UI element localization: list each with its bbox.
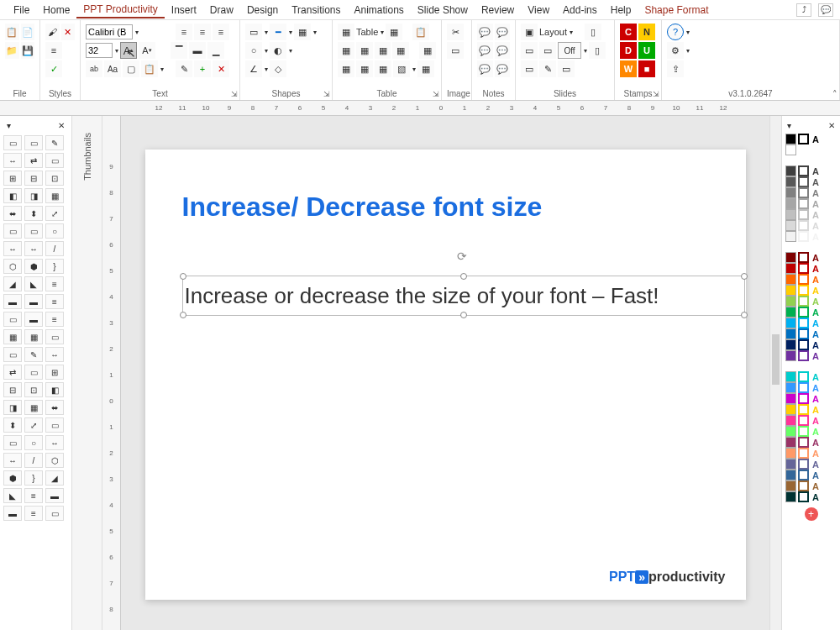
outline-swatch[interactable] (798, 198, 809, 209)
outline-swatch[interactable] (798, 187, 809, 198)
style-indent-icon[interactable]: ≡ (45, 42, 62, 59)
left-tool-45[interactable]: ◨ (3, 400, 22, 415)
img-frame-icon[interactable]: ▭ (447, 42, 464, 59)
layout-icon[interactable]: ▣ (521, 24, 538, 40)
comment-icon[interactable]: 💬 (818, 3, 833, 17)
left-tool-15[interactable]: ▭ (3, 223, 22, 239)
text-color-swatch[interactable]: A (811, 492, 821, 502)
left-tool-34[interactable]: ▦ (24, 329, 43, 344)
fill-swatch[interactable] (785, 371, 796, 382)
tbl-j[interactable]: ▦ (417, 60, 434, 77)
left-tool-26[interactable]: ≡ (45, 276, 64, 291)
outline-swatch[interactable] (798, 470, 809, 480)
outline-swatch[interactable] (798, 437, 809, 448)
fill-swatch[interactable] (785, 187, 796, 198)
ribbon-collapse-icon[interactable]: ˄ (832, 89, 837, 100)
left-tool-21[interactable]: ⬡ (3, 259, 22, 274)
stamp-c[interactable]: C (620, 24, 637, 40)
file-btn2[interactable]: 📄 (21, 24, 35, 40)
left-tool-16[interactable]: ▭ (24, 223, 43, 239)
tab-shape-format[interactable]: Shape Format (638, 3, 715, 18)
fill-swatch[interactable] (785, 307, 796, 318)
left-tool-28[interactable]: ▬ (24, 294, 43, 309)
left-tool-56[interactable]: ⬡ (45, 453, 64, 468)
fill-swatch[interactable] (785, 209, 796, 220)
text-color-swatch[interactable]: A (811, 329, 821, 339)
tab-view[interactable]: View (521, 3, 556, 18)
shapes-dialog-launcher[interactable]: ⇲ (323, 90, 330, 98)
fill-swatch[interactable] (785, 285, 796, 296)
tbl-a[interactable]: ▦ (338, 42, 354, 59)
tab-addins[interactable]: Add-ins (556, 3, 604, 18)
text-color-swatch[interactable]: A (811, 188, 821, 198)
tbl-g[interactable]: ▦ (356, 60, 373, 77)
left-tool-25[interactable]: ◣ (24, 276, 43, 291)
left-tool-65[interactable]: ▭ (45, 506, 64, 521)
shape-fill-icon[interactable]: ▦ (294, 24, 311, 40)
text-color-swatch[interactable]: A (811, 286, 821, 296)
file-btn3[interactable]: 📁 (5, 42, 19, 59)
left-tool-12[interactable]: ⬌ (3, 206, 22, 221)
tab-animations[interactable]: Animations (347, 3, 410, 18)
text-highlight-icon[interactable]: ▢ (123, 60, 139, 77)
outline-swatch[interactable] (798, 263, 809, 274)
tbl-h[interactable]: ▦ (375, 60, 391, 77)
left-tool-13[interactable]: ⬍ (24, 206, 43, 221)
note5-icon[interactable]: 💬 (477, 60, 493, 77)
tbl-b[interactable]: ▦ (356, 42, 373, 59)
left-tool-32[interactable]: ≡ (45, 312, 64, 327)
left-dropdown-icon[interactable]: ▾ (7, 121, 11, 130)
fill-swatch[interactable] (785, 393, 796, 404)
fill-swatch[interactable] (785, 415, 796, 426)
left-tool-35[interactable]: ▭ (45, 329, 64, 344)
tab-help[interactable]: Help (604, 3, 638, 18)
slide-thumb-icon[interactable]: ▯ (585, 24, 601, 40)
left-tool-19[interactable]: ↔ (24, 241, 43, 256)
tab-review[interactable]: Review (475, 3, 521, 18)
text-color-swatch[interactable]: A (811, 405, 821, 415)
text-color-swatch[interactable]: A (811, 427, 821, 437)
text-color-swatch[interactable]: A (811, 449, 821, 459)
align-center-icon[interactable]: ≡ (194, 24, 211, 40)
note4-icon[interactable]: 💬 (495, 42, 511, 59)
slide-d[interactable]: ▭ (521, 60, 538, 77)
text-color-swatch[interactable]: A (811, 438, 821, 448)
table-label[interactable]: Table (356, 27, 378, 37)
left-tool-61[interactable]: ≡ (24, 488, 43, 503)
fill-swatch[interactable] (785, 328, 796, 339)
left-tool-6[interactable]: ⊞ (3, 171, 22, 186)
slide-c[interactable]: ▯ (589, 42, 606, 59)
left-tool-62[interactable]: ▬ (45, 488, 64, 503)
settings-icon[interactable]: ⚙ (667, 42, 684, 59)
text-color-swatch[interactable]: A (811, 199, 821, 209)
text-clipboard-icon[interactable]: 📋 (141, 60, 158, 77)
left-close-icon[interactable]: ✕ (58, 121, 65, 130)
left-tool-63[interactable]: ▬ (3, 506, 22, 521)
tab-transitions[interactable]: Transitions (285, 3, 347, 18)
left-tool-51[interactable]: ▭ (3, 435, 22, 450)
align-right-icon[interactable]: ≡ (213, 24, 229, 40)
text-color-swatch[interactable]: A (811, 459, 821, 470)
shape-circle-icon[interactable]: ○ (245, 42, 262, 59)
tab-slideshow[interactable]: Slide Show (411, 3, 475, 18)
fill-swatch[interactable] (785, 459, 796, 470)
outline-swatch[interactable] (798, 382, 809, 393)
left-tool-33[interactable]: ▦ (3, 329, 22, 344)
stamp-w[interactable]: W (620, 60, 637, 77)
left-tool-47[interactable]: ⬌ (45, 400, 64, 415)
handle-bm[interactable] (460, 312, 467, 318)
style-check-icon[interactable]: ✓ (45, 60, 62, 77)
valign-mid-icon[interactable]: ▬ (189, 42, 206, 59)
rotate-handle-icon[interactable]: ⟳ (457, 249, 467, 263)
left-tool-31[interactable]: ▬ (24, 312, 43, 327)
outline-swatch[interactable] (798, 448, 809, 459)
right-dropdown-icon[interactable]: ▾ (787, 121, 791, 130)
fill-swatch[interactable] (785, 339, 796, 350)
fill-swatch[interactable] (785, 252, 796, 263)
vertical-scrollbar[interactable] (769, 116, 781, 630)
text-color-swatch[interactable]: A (811, 166, 821, 176)
slide-textbox[interactable]: ⟳ Increase or decrease the size of your … (182, 276, 745, 316)
left-tool-10[interactable]: ◨ (24, 188, 43, 203)
fill-swatch[interactable] (785, 491, 796, 502)
outline-swatch[interactable] (798, 176, 809, 187)
